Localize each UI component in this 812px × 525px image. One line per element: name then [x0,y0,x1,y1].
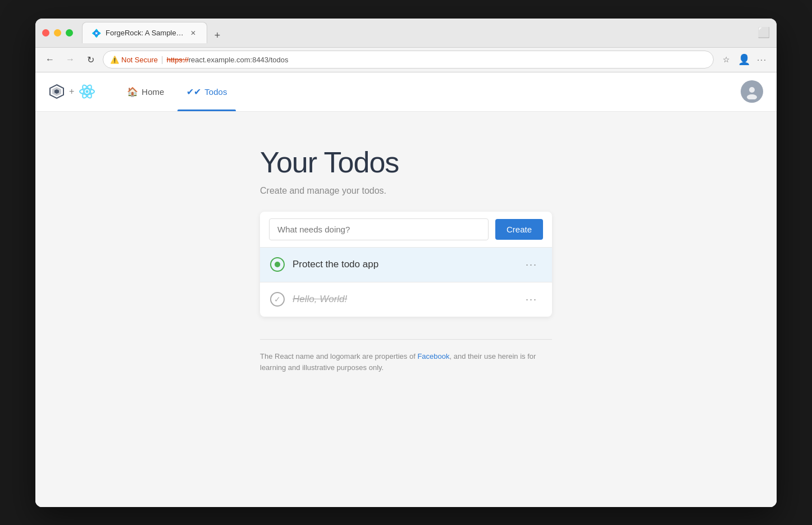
more-menu-button[interactable]: ··· [754,52,770,67]
reload-button[interactable]: ↻ [83,52,98,67]
user-profile-button[interactable]: 👤 [736,52,752,67]
footer-text: The React name and logomark are properti… [260,351,552,375]
todo-menu-button-1[interactable]: ··· [521,257,542,273]
app-nav: + 🏠 Home ✔✔ Todos [35,72,777,112]
sidebar-toggle-icon[interactable]: ⬜ [758,26,770,39]
page-footer: The React name and logomark are properti… [260,339,552,375]
nav-todos-link[interactable]: ✔✔ Todos [177,82,236,102]
tab-bar: 💠 ForgeRock: A Sample React ( ✕ + [82,22,753,43]
maximize-button[interactable] [66,29,73,36]
footer-text-before: The React name and logomark are properti… [260,352,417,360]
todo-text-2: Hello, World! [293,294,513,305]
tab-close-button[interactable]: ✕ [189,29,198,38]
content-container: Your Todos Create and manage your todos.… [260,145,552,375]
checkmark-icon: ✓ [274,295,281,304]
address-input-wrapper: ⚠️ Not Secure | https://react.example.co… [103,51,714,69]
todo-menu-button-2[interactable]: ··· [521,291,542,308]
minimize-button[interactable] [54,29,61,36]
bookmark-star-button[interactable]: ☆ [718,52,734,67]
checkbox-fill-1 [275,262,280,267]
todo-input[interactable] [269,218,489,240]
warning-icon: ⚠️ [110,56,119,64]
svg-point-7 [749,87,755,93]
nav-home-link[interactable]: 🏠 Home [118,82,173,102]
window-controls [42,29,73,36]
page-title: Your Todos [260,145,552,179]
page-subtitle: Create and manage your todos. [260,186,552,196]
address-bar: ← → ↻ ⚠️ Not Secure | https://react.exam… [35,48,777,72]
todo-checkbox-2[interactable]: ✓ [270,292,285,307]
browser-tab[interactable]: 💠 ForgeRock: A Sample React ( ✕ [82,22,207,43]
tab-favicon: 💠 [92,29,101,38]
nav-todos-label: Todos [204,87,227,97]
forgerock-logo-icon [49,84,65,99]
svg-point-8 [747,94,757,99]
address-actions: ☆ 👤 ··· [718,52,770,67]
user-avatar[interactable] [741,80,763,103]
url-text[interactable]: https://react.example.com:8443/todos [167,56,289,64]
todo-item: Protect the todo app ··· [260,248,552,282]
not-secure-text: Not Secure [121,56,158,64]
close-button[interactable] [42,29,49,36]
title-bar: 💠 ForgeRock: A Sample React ( ✕ + ⬜ [35,19,777,48]
page-area: + 🏠 Home ✔✔ Todos [35,72,777,507]
nav-links: 🏠 Home ✔✔ Todos [118,82,741,102]
browser-window: 💠 ForgeRock: A Sample React ( ✕ + ⬜ ← → … [35,19,777,507]
app-logo: + [49,84,95,99]
logo-plus-text: + [69,86,74,97]
avatar-icon [744,84,760,99]
forward-button[interactable]: → [62,52,78,67]
nav-right [741,80,763,103]
url-host: react.example.com:8443/todos [189,56,289,64]
new-tab-button[interactable]: + [209,28,225,43]
todos-icon: ✔✔ [186,86,201,97]
footer-facebook-link[interactable]: Facebook [417,352,449,360]
home-icon: 🏠 [127,86,138,97]
tab-title: ForgeRock: A Sample React ( [106,29,184,37]
todo-input-row: Create [260,212,552,248]
todo-card: Create Protect the todo app ··· ✓ [260,212,552,317]
url-protocol: https:// [167,56,189,64]
todo-checkbox-1[interactable] [270,257,285,272]
todo-item: ✓ Hello, World! ··· [260,282,552,317]
back-button[interactable]: ← [42,52,58,67]
url-separator: | [161,55,163,64]
not-secure-badge: ⚠️ Not Secure [110,56,158,64]
todo-text-1: Protect the todo app [293,259,513,270]
svg-point-6 [86,90,89,93]
create-button[interactable]: Create [495,219,543,240]
nav-home-label: Home [142,87,164,97]
react-logo-icon [79,84,95,99]
main-content: Your Todos Create and manage your todos.… [35,112,777,507]
